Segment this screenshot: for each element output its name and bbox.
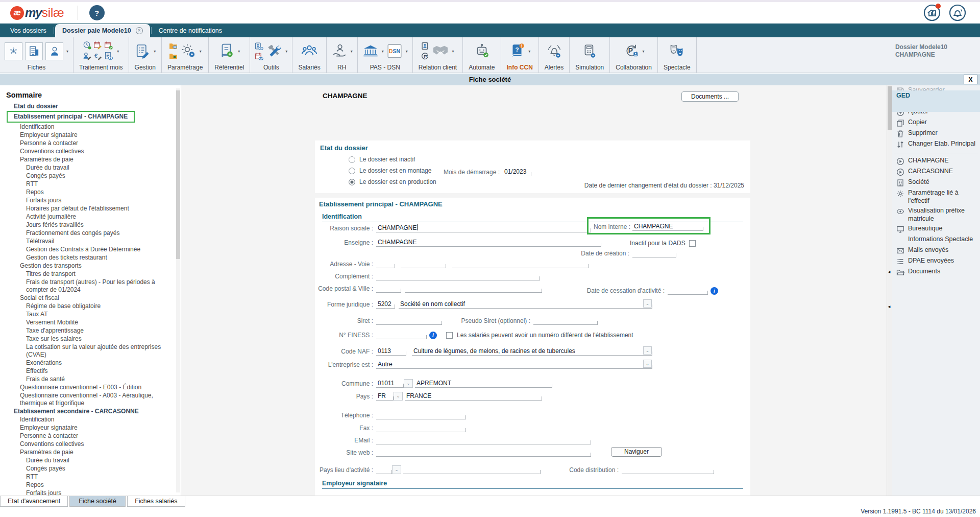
tab-close-icon[interactable]: ×	[136, 27, 143, 34]
sommaire-item[interactable]: Conventions collectives	[0, 148, 178, 155]
sommaire-item[interactable]: Effectifs	[0, 367, 178, 375]
commune-code-input[interactable]: 01011	[376, 380, 403, 388]
sommaire-item[interactable]: Paramètres de paie	[0, 156, 178, 163]
sommaire-item[interactable]: Gestion des tickets restaurant	[0, 254, 178, 262]
help-button[interactable]: ?	[89, 5, 105, 20]
sommaire-item[interactable]: Employeur signataire	[0, 424, 178, 432]
calendar-check-icon[interactable]	[104, 41, 113, 50]
adresse-nom-voie-input[interactable]	[452, 260, 589, 268]
sommaire-item[interactable]: Versement Mobilité	[0, 319, 178, 326]
chevron-down-icon[interactable]: ⌄	[643, 360, 652, 368]
sommaire-item[interactable]: Gestion des Contrats à Durée Déterminée	[0, 246, 178, 253]
collaboration-dropdown-icon[interactable]: ▾	[643, 49, 645, 54]
relation-dropdown-icon[interactable]: ▾	[452, 49, 454, 54]
entreprise-est-select[interactable]: Autre⌄	[376, 361, 652, 369]
inactif-dads-checkbox[interactable]	[689, 240, 696, 247]
enseigne-input[interactable]: CHAMPAGNE	[376, 239, 601, 247]
mois-demarrage-input[interactable]: 01/2023	[503, 168, 531, 176]
people-group-icon[interactable]	[301, 43, 317, 59]
fax-input[interactable]	[376, 424, 465, 432]
action-item[interactable]: Changer Etab. Principal	[892, 139, 980, 150]
chevron-down-icon[interactable]: ⌄	[643, 346, 652, 355]
action-item[interactable]: CARCASONNE	[892, 167, 980, 177]
robot-icon[interactable]	[474, 43, 490, 59]
sommaire-item[interactable]: La cotisation sur la valeur ajoutée des …	[0, 343, 178, 359]
radio-option[interactable]: Le dossier est en production	[349, 178, 436, 185]
commune-nom-input[interactable]: APREMONT	[415, 380, 552, 388]
raison-sociale-input[interactable]: CHAMPAGNE	[376, 224, 591, 232]
sommaire-item[interactable]: Taxe d'apprentissage	[0, 327, 178, 335]
calculator-gear-icon[interactable]	[581, 43, 598, 59]
handshake-icon[interactable]	[432, 43, 449, 59]
sommaire-item[interactable]: Horaires par défaut de l'établissement	[0, 205, 178, 213]
sommaire-item[interactable]: RTT	[0, 180, 178, 188]
sommaire-item[interactable]: Repos	[0, 189, 178, 196]
sommaire-item[interactable]: Questionnaire conventionnel - A003 - Aér…	[0, 392, 178, 407]
pas-dropdown-icon[interactable]: ▾	[382, 49, 384, 54]
info-icon[interactable]: i	[429, 332, 437, 339]
badge-eye-icon[interactable]	[255, 42, 263, 51]
fiche-salarie-button[interactable]	[45, 42, 63, 60]
complement-input[interactable]	[376, 272, 540, 280]
sommaire-item[interactable]: Etat du dossier	[0, 103, 178, 110]
fiche-hub-button[interactable]	[5, 42, 22, 60]
action-item[interactable]: Paramétrage lié à l'effectif	[892, 188, 980, 206]
person-edit-icon[interactable]	[83, 52, 91, 60]
notepad-pencil-icon[interactable]	[134, 43, 151, 59]
traitement-dropdown-icon[interactable]: ▾	[117, 49, 119, 54]
code-postal-input[interactable]	[376, 285, 401, 293]
dsn-icon[interactable]: DSN	[386, 43, 403, 59]
sommaire-item[interactable]: Frais de santé	[0, 375, 178, 383]
gears-icon[interactable]	[180, 43, 197, 59]
ville-input[interactable]	[405, 285, 542, 293]
collapse-panel-icon[interactable]: ◄	[887, 270, 892, 274]
pays-code-input[interactable]: FR	[376, 392, 393, 401]
sommaire-item[interactable]: Personne à contacter	[0, 432, 178, 440]
rh-dropdown-icon[interactable]: ▾	[351, 49, 353, 54]
tab-dossier-paie[interactable]: Dossier paie Modele10 ×	[55, 24, 150, 37]
date-cessation-input[interactable]	[668, 287, 707, 295]
phone-p-icon[interactable]: P	[421, 52, 430, 61]
sommaire-item[interactable]: Congés payés	[0, 172, 178, 180]
sommaire-item[interactable]: Taux AT	[0, 311, 178, 318]
scrollbar-thumb[interactable]	[888, 86, 892, 130]
sommaire-item[interactable]: Forfaits jours	[0, 197, 178, 204]
naviguer-button[interactable]: Naviguer	[611, 447, 662, 457]
telephone-input[interactable]	[376, 411, 465, 419]
scrollbar-thumb[interactable]	[176, 90, 180, 259]
tab-etat-avancement[interactable]: Etat d'avancement	[0, 496, 68, 507]
nom-interne-input[interactable]: CHAMPAGNE	[632, 223, 703, 231]
radio-option[interactable]: Le dossier est inactif	[349, 156, 436, 163]
sommaire-item[interactable]: Etablissement principal - CHAMPAGNE	[7, 111, 135, 123]
collaboration-sync-icon[interactable]: P	[623, 43, 640, 59]
action-item[interactable]: Supprimer	[892, 128, 980, 139]
tab-vos-dossiers[interactable]: Vos dossiers	[4, 24, 53, 37]
radio-option[interactable]: Le dossier est en montage	[349, 167, 436, 174]
sommaire-item[interactable]: Etablissement secondaire - CARCASONNE	[0, 408, 178, 415]
sommaire-item[interactable]: Employeur signataire	[0, 131, 178, 139]
action-item[interactable]: Informations Spectacle	[892, 234, 980, 245]
action-item[interactable]: Visualisation préfixe matricule	[892, 206, 980, 224]
sommaire-item[interactable]: Conventions collectives	[0, 440, 178, 448]
sommaire-item[interactable]: Congés payés	[0, 465, 178, 473]
euro-edit-icon[interactable]: €	[93, 52, 102, 60]
sommaire-item[interactable]: Forfaits jours	[0, 489, 178, 496]
sommaire-item[interactable]: Durée du travail	[0, 457, 178, 464]
adresse-numero-input[interactable]	[376, 260, 395, 268]
main-scrollbar[interactable]	[887, 85, 892, 496]
action-item[interactable]: Bureautique	[892, 224, 980, 234]
info-icon[interactable]: i	[710, 287, 718, 295]
sommaire-item[interactable]: Exonérations	[0, 359, 178, 367]
code-naf-select[interactable]: Culture de légumes, de melons, de racine…	[412, 347, 652, 356]
pays-lieu-code-input[interactable]	[376, 466, 391, 474]
sommaire-item[interactable]: Activité journalière	[0, 213, 178, 221]
referentiel-dropdown-icon[interactable]: ▾	[238, 49, 240, 54]
book-plus-icon[interactable]	[218, 43, 235, 59]
fiches-dropdown-icon[interactable]: ▾	[66, 49, 68, 54]
sommaire-item[interactable]: Repos	[0, 481, 178, 489]
notifications-button[interactable]	[948, 4, 967, 22]
documents-button[interactable]: Documents ...	[681, 91, 739, 102]
action-item[interactable]: Documents	[892, 267, 980, 277]
sommaire-item[interactable]: Fractionnement des congés payés	[0, 229, 178, 237]
tab-centre-notifications[interactable]: Centre de notifications	[153, 24, 228, 37]
